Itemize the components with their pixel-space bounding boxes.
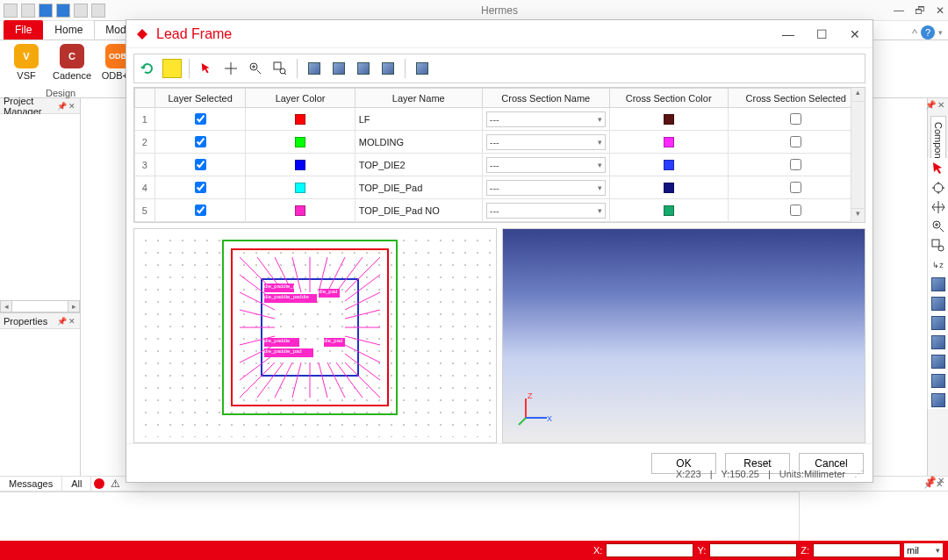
cross-section-name-combo[interactable]: ---▾ [486,157,606,173]
col-index[interactable] [135,89,155,108]
qat-save-all-icon[interactable] [56,4,70,18]
cross-section-selected-checkbox[interactable] [790,113,801,125]
pan-tool-icon[interactable] [930,198,947,216]
iso-view-3-icon[interactable] [354,59,373,78]
pin-icon[interactable]: 📌 [925,100,936,110]
select-icon[interactable] [197,59,216,78]
app-vsf[interactable]: V VSF [7,44,46,81]
help-dropdown-icon[interactable]: ▾ [938,28,943,37]
close-panel-icon[interactable]: ✕ [937,100,944,110]
scroll-left-icon[interactable]: ◂ [0,300,12,312]
layer-color-swatch[interactable] [295,160,305,170]
cross-section-color-swatch[interactable] [664,114,674,125]
properties-header[interactable]: Properties 📌✕ [0,313,80,329]
messages-tab[interactable]: Messages [0,477,62,491]
status-x-field[interactable] [606,543,693,557]
zoom-window-icon[interactable] [270,59,290,78]
ribbon-tab-home[interactable]: Home [43,20,94,39]
zoom-tool-icon[interactable] [930,218,947,235]
axis-icon[interactable]: ↳z [930,256,947,274]
status-unit-combo[interactable]: mil▾ [904,543,943,557]
project-manager-header[interactable]: Project Manager 📌✕ [0,98,80,114]
qat-open-icon[interactable] [21,4,35,18]
cross-section-name-combo[interactable]: ---▾ [486,134,606,150]
pin-icon[interactable]: 📌 [57,317,66,326]
layout-3d-view[interactable]: Z X [502,228,865,443]
status-y-field[interactable] [709,543,797,557]
col-layer-color[interactable]: Layer Color [246,89,355,108]
iso-view-4-icon[interactable] [378,59,398,78]
resize-grip-icon[interactable]: ⋰ [854,469,862,480]
cross-section-name-combo[interactable]: ---▾ [486,180,606,196]
cross-section-color-swatch[interactable] [664,205,674,216]
target-tool-icon[interactable] [930,179,947,197]
qat-new-icon[interactable] [4,4,18,18]
highlight-icon[interactable] [162,59,182,78]
view-cube-3-icon[interactable] [930,314,947,332]
close-panel-icon[interactable]: ✕ [68,102,76,111]
col-layer-name[interactable]: Layer Name [355,89,482,108]
cross-section-name-combo[interactable]: ---▾ [486,111,606,127]
view-cube-2-icon[interactable] [930,295,947,312]
view-cube-7-icon[interactable] [930,391,947,409]
close-panel-icon[interactable]: ✕ [937,476,944,485]
qat-save-icon[interactable] [39,4,53,18]
qat-redo-icon[interactable] [91,4,105,18]
qat-undo-icon[interactable] [74,4,88,18]
col-cs-selected[interactable]: Cross Section Selected [728,89,865,108]
scroll-up-icon[interactable]: ▴ [851,88,865,102]
select-tool-icon[interactable] [930,160,947,177]
layer-color-swatch[interactable] [295,205,305,216]
pin-icon[interactable]: 📌 [57,102,66,111]
layer-selected-checkbox[interactable] [195,113,206,125]
ribbon-tab-file[interactable]: File [4,20,43,39]
view-cube-4-icon[interactable] [930,334,947,351]
zoom-region-icon[interactable] [930,237,947,255]
status-z-field[interactable] [813,543,901,557]
view-cube-1-icon[interactable] [930,276,947,293]
close-panel-icon[interactable]: ✕ [68,317,76,326]
dialog-close-button[interactable]: ✕ [846,27,864,41]
cross-section-selected-checkbox[interactable] [790,205,801,216]
ribbon-collapse-icon[interactable]: ^ [912,26,917,39]
layer-color-swatch[interactable] [295,183,305,193]
cross-section-color-swatch[interactable] [664,183,674,193]
app-cadence[interactable]: C Cadence [53,44,91,81]
layout-2d-view[interactable]: die_paddie_pad die_paddie_paddie die_pad… [133,228,497,443]
layer-selected-checkbox[interactable] [195,205,206,216]
pin-icon[interactable]: 📌 [925,476,936,485]
zoom-icon[interactable] [246,59,265,78]
main-minimize-icon[interactable]: — [894,4,904,17]
cross-section-selected-checkbox[interactable] [790,159,801,170]
col-cs-name[interactable]: Cross Section Name [482,89,609,108]
pan-icon[interactable] [221,59,241,78]
cross-section-selected-checkbox[interactable] [790,136,801,147]
cross-section-color-swatch[interactable] [664,160,674,170]
scroll-track[interactable] [12,300,68,312]
col-cs-color[interactable]: Cross Section Color [609,89,728,108]
dialog-titlebar[interactable]: Lead Frame — ☐ ✕ [126,20,873,48]
cross-section-color-swatch[interactable] [664,137,674,147]
view-cube-5-icon[interactable] [930,353,947,370]
dialog-minimize-button[interactable]: — [779,27,797,41]
help-icon[interactable]: ? [921,25,935,39]
layer-selected-checkbox[interactable] [195,159,206,170]
dialog-maximize-button[interactable]: ☐ [813,27,830,41]
error-filter-icon[interactable] [91,476,107,492]
main-restore-icon[interactable]: 🗗 [915,4,925,17]
scroll-right-icon[interactable]: ▸ [68,300,80,312]
cross-section-selected-checkbox[interactable] [790,182,801,193]
messages-all-tab[interactable]: All [62,477,91,491]
cross-section-name-combo[interactable]: ---▾ [486,203,606,219]
iso-view-2-icon[interactable] [329,59,348,78]
col-layer-selected[interactable]: Layer Selected [154,89,246,108]
view-cube-6-icon[interactable] [930,372,947,390]
iso-view-1-icon[interactable] [305,59,324,78]
scroll-down-icon[interactable]: ▾ [851,208,865,222]
iso-view-5-icon[interactable] [413,59,432,78]
warning-filter-icon[interactable]: ⚠ [107,476,123,492]
layer-selected-checkbox[interactable] [195,182,206,193]
layer-color-swatch[interactable] [295,137,305,147]
main-close-icon[interactable]: ✕ [936,4,944,17]
layer-color-swatch[interactable] [295,114,305,125]
